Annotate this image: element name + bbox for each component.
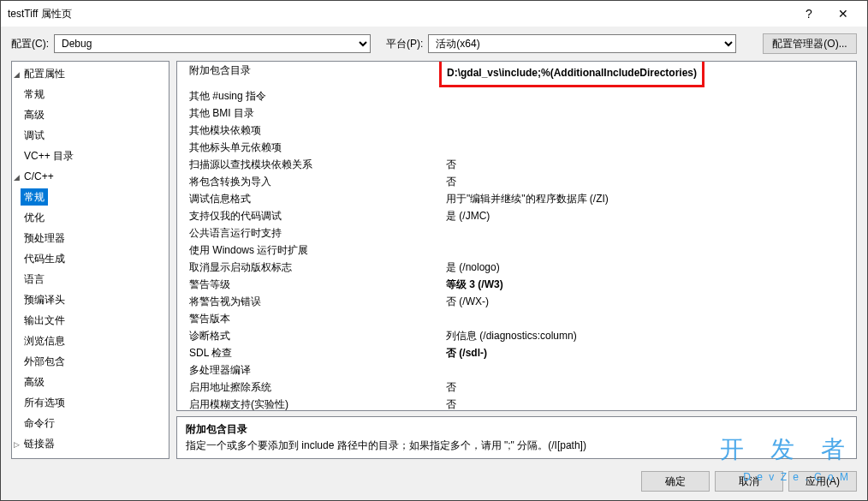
property-value[interactable]	[443, 122, 856, 139]
tree-item[interactable]: 浏览信息	[12, 331, 169, 351]
tree-item[interactable]: ◢C/C++	[12, 166, 169, 187]
property-row[interactable]: 警告版本	[177, 310, 856, 327]
tree-item[interactable]: 优化	[12, 207, 169, 228]
property-value[interactable]: 是 (/nologo)	[443, 259, 856, 276]
main-area: ◢配置属性常规高级调试VC++ 目录◢C/C++常规优化预处理器代码生成语言预编…	[1, 61, 867, 466]
tree-item[interactable]: ◢配置属性	[12, 63, 169, 84]
category-tree[interactable]: ◢配置属性常规高级调试VC++ 目录◢C/C++常规优化预处理器代码生成语言预编…	[11, 61, 169, 459]
tree-item[interactable]: 常规	[12, 187, 169, 207]
ok-button[interactable]: 确定	[641, 471, 710, 492]
property-value[interactable]: 否	[443, 173, 856, 190]
tree-item[interactable]: 预处理器	[12, 228, 169, 248]
tree-item[interactable]: 调试	[12, 125, 169, 146]
property-value[interactable]	[443, 242, 856, 259]
property-value[interactable]	[443, 361, 856, 379]
property-value[interactable]: 否 (/sdl-)	[443, 344, 856, 361]
property-name: 扫描源以查找模块依赖关系	[177, 156, 443, 173]
description-title: 附加包含目录	[186, 422, 847, 437]
tree-item-label: 调试	[21, 127, 48, 144]
tree-item-label: 所有选项	[21, 394, 68, 411]
property-row[interactable]: 其他 BMI 目录	[177, 104, 856, 122]
property-value[interactable]	[443, 87, 856, 104]
tree-expander-icon[interactable]: ◢	[12, 67, 21, 82]
property-value[interactable]: 是 (/JMC)	[443, 207, 856, 224]
config-toolbar: 配置(C): Debug 平台(P): 活动(x64) 配置管理器(O)...	[1, 27, 867, 61]
tree-item[interactable]: 代码生成	[12, 248, 169, 269]
property-row[interactable]: 支持仅我的代码调试是 (/JMC)	[177, 207, 856, 224]
property-value[interactable]	[443, 139, 856, 156]
property-row[interactable]: 其他标头单元依赖项	[177, 139, 856, 156]
tree-item[interactable]: 高级	[12, 372, 169, 392]
property-row[interactable]: 公共语言运行时支持	[177, 224, 856, 242]
config-combobox[interactable]: Debug	[54, 34, 371, 53]
tree-expander-icon[interactable]: ◢	[12, 170, 21, 185]
property-value[interactable]	[443, 310, 856, 327]
tree-item-label: 预处理器	[21, 230, 68, 247]
tree-item[interactable]: 预编译头	[12, 289, 169, 310]
property-value[interactable]: 否	[443, 396, 856, 411]
property-row[interactable]: 警告等级等级 3 (/W3)	[177, 276, 856, 293]
platform-label: 平台(P):	[386, 37, 423, 51]
property-pages-window: testTiff 属性页 ? ✕ 配置(C): Debug 平台(P): 活动(…	[0, 0, 868, 501]
property-row[interactable]: 启用地址擦除系统否	[177, 379, 856, 396]
apply-button[interactable]: 应用(A)	[788, 471, 857, 492]
property-row[interactable]: 将警告视为错误否 (/WX-)	[177, 293, 856, 310]
config-label: 配置(C):	[11, 37, 49, 51]
dialog-footer: 确定 取消 应用(A)	[1, 466, 867, 500]
tree-expander-icon[interactable]: ▷	[12, 437, 21, 452]
property-row[interactable]: 使用 Windows 运行时扩展	[177, 242, 856, 259]
tree-item[interactable]: 语言	[12, 269, 169, 289]
property-name: 多处理器编译	[177, 361, 443, 379]
property-value[interactable]	[443, 104, 856, 122]
tree-item[interactable]: 常规	[12, 84, 169, 104]
property-row[interactable]: SDL 检查否 (/sdl-)	[177, 344, 856, 361]
tree-item-label: 优化	[21, 209, 48, 226]
property-name: 启用模糊支持(实验性)	[177, 396, 443, 411]
cancel-button[interactable]: 取消	[715, 471, 783, 492]
tree-item-label: 浏览信息	[21, 332, 68, 349]
property-row[interactable]: 多处理器编译	[177, 361, 856, 379]
config-manager-button[interactable]: 配置管理器(O)...	[763, 33, 857, 54]
property-grid[interactable]: 附加包含目录D:\gdal_vs\include;%(AdditionalInc…	[176, 61, 857, 411]
property-value[interactable]: 否	[443, 156, 856, 173]
tree-item-label: 常规	[21, 188, 48, 206]
property-row[interactable]: 其他 #using 指令	[177, 87, 856, 104]
property-row[interactable]: 将包含转换为导入否	[177, 173, 856, 190]
property-value[interactable]: 否 (/WX-)	[443, 293, 856, 310]
tree-item[interactable]: 所有选项	[12, 392, 169, 413]
property-row[interactable]: 扫描源以查找模块依赖关系否	[177, 156, 856, 173]
property-row[interactable]: 其他模块依赖项	[177, 122, 856, 139]
property-value[interactable]	[443, 224, 856, 242]
tree-item[interactable]: ▷链接器	[12, 433, 169, 454]
property-row[interactable]: 取消显示启动版权标志是 (/nologo)	[177, 259, 856, 276]
property-value[interactable]: 列信息 (/diagnostics:column)	[443, 327, 856, 344]
platform-combobox[interactable]: 活动(x64)	[428, 34, 736, 53]
property-row[interactable]: 启用模糊支持(实验性)否	[177, 396, 856, 411]
property-name: SDL 检查	[177, 344, 443, 361]
property-value[interactable]: D:\gdal_vs\include;%(AdditionalIncludeDi…	[443, 62, 856, 87]
property-row[interactable]: 附加包含目录D:\gdal_vs\include;%(AdditionalInc…	[177, 62, 856, 87]
tree-item[interactable]: VC++ 目录	[12, 146, 169, 166]
tree-item-label: 配置属性	[21, 65, 68, 82]
property-value[interactable]: 等级 3 (/W3)	[443, 276, 856, 293]
tree-item[interactable]: ▷清单工具	[12, 454, 169, 459]
tree-item[interactable]: 外部包含	[12, 351, 169, 372]
tree-item[interactable]: 高级	[12, 104, 169, 125]
property-name: 取消显示启动版权标志	[177, 259, 443, 276]
tree-item[interactable]: 输出文件	[12, 310, 169, 331]
property-value[interactable]: 否	[443, 379, 856, 396]
tree-item[interactable]: 命令行	[12, 413, 169, 433]
property-row[interactable]: 诊断格式列信息 (/diagnostics:column)	[177, 327, 856, 344]
right-panel: 附加包含目录D:\gdal_vs\include;%(AdditionalInc…	[176, 61, 857, 459]
property-name: 警告版本	[177, 310, 443, 327]
property-name: 其他标头单元依赖项	[177, 139, 443, 156]
property-name: 使用 Windows 运行时扩展	[177, 242, 443, 259]
close-button[interactable]: ✕	[826, 1, 860, 27]
property-row[interactable]: 调试信息格式用于"编辑并继续"的程序数据库 (/ZI)	[177, 190, 856, 207]
property-name: 将警告视为错误	[177, 293, 443, 310]
tree-item-label: 高级	[21, 373, 48, 391]
property-name: 调试信息格式	[177, 190, 443, 207]
property-value[interactable]: 用于"编辑并继续"的程序数据库 (/ZI)	[443, 190, 856, 207]
help-button[interactable]: ?	[792, 1, 826, 27]
tree-expander-icon[interactable]: ▷	[12, 457, 21, 459]
